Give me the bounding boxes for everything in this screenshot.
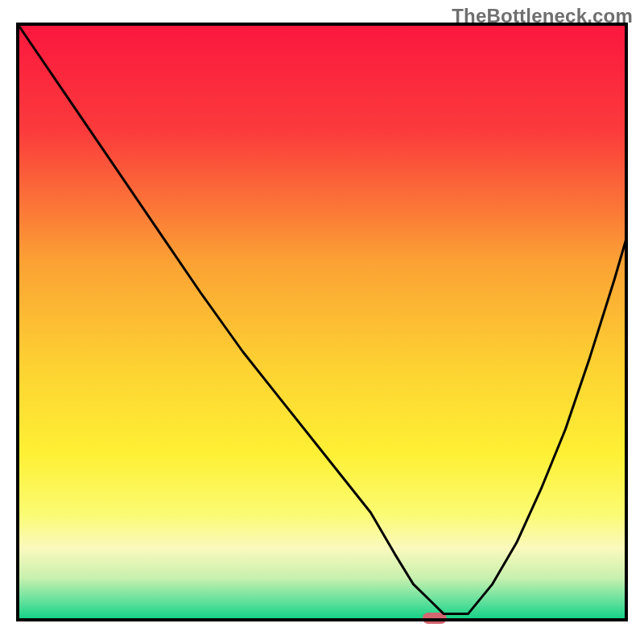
watermark-label: TheBottleneck.com bbox=[452, 5, 633, 27]
bottleneck-chart bbox=[0, 0, 644, 644]
gradient-background bbox=[18, 24, 626, 620]
chart-container: { "watermark": "TheBottleneck.com", "cha… bbox=[0, 0, 644, 644]
